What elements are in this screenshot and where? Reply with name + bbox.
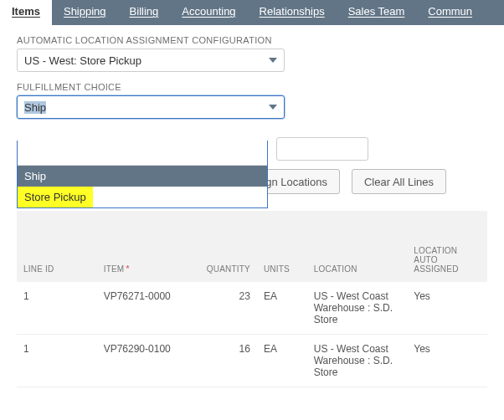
fulfillment-choice-value: Ship — [24, 101, 46, 114]
required-star-icon: * — [126, 264, 129, 274]
auto-location-config-select[interactable]: US - West: Store Pickup — [17, 49, 285, 72]
fulfillment-choice-select[interactable]: Ship — [17, 95, 285, 119]
cell-location: US - West Coast Warehouse : S.D. Store — [307, 282, 408, 335]
tab-billing[interactable]: Billing — [118, 0, 171, 25]
col-location: LOCATION — [307, 216, 408, 282]
cell-units: EA — [257, 282, 307, 335]
col-line-id: LINE ID — [17, 216, 97, 282]
cell-line-id: 1 — [17, 282, 97, 335]
fulfillment-dropdown: Ship Store Pickup — [17, 141, 268, 208]
cell-auto-assigned: Yes — [407, 282, 487, 335]
fulfillment-choice-label: FULFILLMENT CHOICE — [17, 82, 487, 92]
auto-location-config-label: AUTOMATIC LOCATION ASSIGNMENT CONFIGURAT… — [17, 35, 487, 45]
cell-auto-assigned: Yes — [407, 335, 487, 387]
field-auto-location-config: AUTOMATIC LOCATION ASSIGNMENT CONFIGURAT… — [17, 35, 487, 72]
table-row[interactable]: 1 VP76271-0000 23 EA US - West Coast War… — [17, 282, 487, 335]
cell-quantity: 16 — [187, 335, 257, 387]
table-row[interactable]: 1 VP76290-0100 16 EA US - West Coast War… — [17, 335, 487, 387]
col-quantity: QUANTITY — [187, 216, 257, 282]
tab-shipping[interactable]: Shipping — [52, 0, 118, 25]
tab-communication[interactable]: Commun — [416, 0, 484, 25]
tab-relationships[interactable]: Relationships — [248, 0, 337, 25]
cell-line-id: 1 — [17, 335, 97, 387]
items-table: LINE ID ITEM* QUANTITY UNITS LOCATION LO… — [17, 216, 487, 387]
cell-item: VP76271-0000 — [97, 282, 188, 335]
cell-quantity: 23 — [187, 282, 257, 335]
cell-units: EA — [257, 335, 307, 387]
dropdown-option-ship[interactable]: Ship — [18, 166, 267, 187]
auto-location-config-value: US - West: Store Pickup — [24, 54, 141, 67]
chevron-down-icon — [269, 105, 277, 110]
clear-all-lines-button[interactable]: Clear All Lines — [352, 169, 446, 194]
dropdown-option-store-pickup[interactable]: Store Pickup — [18, 187, 93, 207]
tab-items[interactable]: Items — [0, 0, 52, 25]
nav-tabs: Items Shipping Billing Accounting Relati… — [0, 0, 504, 25]
col-location-auto-assigned: LOCATION AUTO ASSIGNED — [407, 216, 487, 282]
chevron-down-icon — [269, 58, 277, 63]
tab-sales-team[interactable]: Sales Team — [337, 0, 417, 25]
items-table-wrap: LINE ID ITEM* QUANTITY UNITS LOCATION LO… — [17, 211, 487, 387]
dropdown-search-input[interactable] — [18, 141, 267, 166]
table-header-row: LINE ID ITEM* QUANTITY UNITS LOCATION LO… — [17, 216, 487, 282]
col-units: UNITS — [257, 216, 307, 282]
cell-item: VP76290-0100 — [97, 335, 188, 387]
col-item: ITEM* — [97, 216, 188, 282]
cell-location: US - West Coast Warehouse : S.D. Store — [307, 335, 408, 387]
misc-text-input[interactable] — [276, 137, 368, 161]
tab-accounting[interactable]: Accounting — [170, 0, 247, 25]
field-fulfillment-choice: FULFILLMENT CHOICE Ship — [17, 82, 487, 119]
